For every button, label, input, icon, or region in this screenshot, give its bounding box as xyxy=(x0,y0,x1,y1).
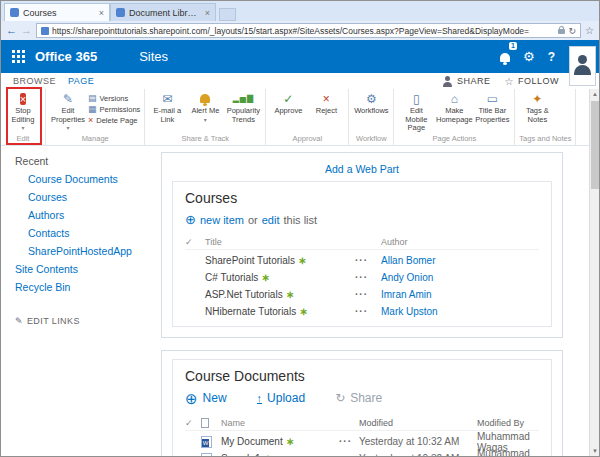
sidebar-item-recycle-bin[interactable]: Recycle Bin xyxy=(1,278,151,296)
tab-title: Courses xyxy=(23,8,95,18)
help-icon[interactable]: ? xyxy=(548,50,555,64)
workflows-button[interactable]: ⚙ Workflows xyxy=(353,92,389,116)
item-menu-ellipsis[interactable]: ··· xyxy=(355,289,381,300)
ribbon: × Stop Editing ▾ Edit ✎ Edit Properties … xyxy=(1,89,599,146)
tags-notes-button[interactable]: ✦ Tags & Notes xyxy=(519,92,555,124)
new-tab-button[interactable] xyxy=(219,8,236,21)
title-bar-properties-button[interactable]: ▭ Title Bar Properties xyxy=(474,92,510,124)
delete-page-button[interactable]: × Delete Page xyxy=(88,116,140,125)
scroll-down-arrow[interactable]: ▼ xyxy=(590,446,600,456)
new-item-link[interactable]: new item xyxy=(200,214,244,226)
column-header-author[interactable]: Author xyxy=(381,237,539,247)
item-menu-ellipsis[interactable]: ··· xyxy=(355,306,381,317)
vertical-scrollbar[interactable]: ▲ ▼ xyxy=(589,89,599,456)
author-link[interactable]: Imran Amin xyxy=(381,289,539,300)
refresh-icon[interactable]: ↻ xyxy=(568,26,576,36)
document-toolbar: ⊕ New ↑ Upload ↻ Share xyxy=(185,391,539,405)
follow-button[interactable]: FOLLOW xyxy=(518,76,559,86)
tab-page[interactable]: PAGE xyxy=(68,76,94,86)
new-document-button[interactable]: ⊕ New xyxy=(185,391,227,405)
author-link[interactable]: Andy Onion xyxy=(381,272,539,283)
column-header-name[interactable]: Name xyxy=(221,418,339,428)
tab-favicon xyxy=(10,8,19,17)
sidebar-item-sharepointhostedapp[interactable]: SharePointHostedApp xyxy=(1,242,151,260)
select-all-checkmark[interactable]: ✓ xyxy=(185,418,201,428)
item-menu-ellipsis[interactable]: ··· xyxy=(339,436,359,447)
author-link[interactable]: Mark Upston xyxy=(381,306,539,317)
courses-title[interactable]: Courses xyxy=(185,190,539,206)
share-document-button[interactable]: ↻ Share xyxy=(335,391,382,405)
sites-link[interactable]: Sites xyxy=(139,49,168,64)
item-menu-ellipsis[interactable]: ··· xyxy=(339,453,359,456)
edit-list-link[interactable]: edit xyxy=(262,214,280,226)
document-name-link[interactable]: My Document xyxy=(221,436,283,447)
settings-gear-icon[interactable]: ⚙ xyxy=(523,49,535,64)
make-homepage-button[interactable]: ⌂ Make Homepage xyxy=(436,92,472,124)
course-title: C# Tutorials xyxy=(205,272,258,283)
browser-tab-doclib-settings[interactable]: Document Library Setting × xyxy=(110,3,216,21)
sidebar-item-contacts[interactable]: Contacts xyxy=(1,224,151,242)
sidebar-item-site-contents[interactable]: Site Contents xyxy=(1,260,151,278)
stop-editing-icon: × xyxy=(20,93,26,105)
browser-tab-courses[interactable]: Courses × xyxy=(4,3,110,21)
ribbon-group-page-actions: ▯ Edit Mobile Page ⌂ Make Homepage ▭ Tit… xyxy=(394,89,515,145)
office365-brand[interactable]: Office 365 xyxy=(35,49,97,64)
edit-properties-label: Edit Properties xyxy=(50,107,86,124)
tab-close-icon[interactable]: × xyxy=(99,8,104,18)
user-profile-avatar[interactable] xyxy=(569,46,596,86)
alert-bell-icon xyxy=(200,94,210,103)
workflows-label: Workflows xyxy=(354,107,388,116)
upload-button[interactable]: ↑ Upload xyxy=(257,391,306,405)
table-row[interactable]: SharePoint Tutorials ··· Allan Bomer xyxy=(185,252,539,269)
edit-links-button[interactable]: ✎ EDIT LINKS xyxy=(1,312,151,330)
column-header-modified[interactable]: Modified xyxy=(359,418,477,428)
sidebar-item-authors[interactable]: Authors xyxy=(1,206,151,224)
table-row[interactable]: ASP.Net Tutorials ··· Imran Amin xyxy=(185,286,539,303)
stop-editing-button[interactable]: × Stop Editing ▾ xyxy=(5,92,41,132)
approve-button[interactable]: ✓ Approve xyxy=(270,92,306,116)
ribbon-group-share-track: ✉ E-mail a Link Alert Me ▾ ▂▅▇ Popularit… xyxy=(145,89,266,145)
column-header-title[interactable]: Title xyxy=(205,237,355,247)
list-command-bar: ⊕ new item or edit this list xyxy=(185,213,539,226)
item-menu-ellipsis[interactable]: ··· xyxy=(355,272,381,283)
url-field[interactable]: https://sharepointtutorials.sharepoint.c… xyxy=(36,23,581,38)
column-header-modified-by[interactable]: Modified By xyxy=(477,418,539,428)
sidebar-item-course-documents[interactable]: Course Documents xyxy=(1,170,151,188)
app-launcher-icon[interactable] xyxy=(12,50,25,63)
tab-browse[interactable]: BROWSE xyxy=(13,76,56,86)
tab-close-icon[interactable]: × xyxy=(205,8,210,18)
back-button[interactable]: ← xyxy=(6,25,17,36)
popularity-trends-button[interactable]: ▂▅▇ Popularity Trends xyxy=(225,92,261,124)
sidebar-item-courses[interactable]: Courses xyxy=(1,188,151,206)
stop-editing-label: Stop Editing xyxy=(5,107,41,124)
edit-mobile-page-button[interactable]: ▯ Edit Mobile Page xyxy=(398,92,434,133)
scrollbar-thumb[interactable] xyxy=(591,101,599,189)
item-menu-ellipsis[interactable]: ··· xyxy=(355,255,381,266)
reject-button[interactable]: × Reject xyxy=(308,92,344,116)
course-documents-title[interactable]: Course Documents xyxy=(185,368,539,384)
permissions-button[interactable]: ▦ Permissions xyxy=(88,105,140,114)
scroll-up-arrow[interactable]: ▲ xyxy=(590,89,600,99)
courses-webpart: Courses ⊕ new item or edit this list ✓ T… xyxy=(172,181,552,327)
author-link[interactable]: Allan Bomer xyxy=(381,255,539,266)
course-title: SharePoint Tutorials xyxy=(205,255,295,266)
document-name-link[interactable]: Sample1 xyxy=(221,453,260,456)
favorites-star-icon[interactable]: ☆ xyxy=(585,25,594,36)
select-all-checkmark[interactable]: ✓ xyxy=(185,237,205,247)
alert-me-button[interactable]: Alert Me ▾ xyxy=(187,92,223,124)
edit-properties-button[interactable]: ✎ Edit Properties ▾ xyxy=(50,92,86,132)
table-row[interactable]: Sample1 ··· Yesterday at 10:32 AM Muhamm… xyxy=(185,450,539,456)
table-row[interactable]: NHibernate Tutorials ··· Mark Upston xyxy=(185,303,539,320)
email-link-button[interactable]: ✉ E-mail a Link xyxy=(149,92,185,124)
table-row[interactable]: C# Tutorials ··· Andy Onion xyxy=(185,269,539,286)
notifications-bell-icon[interactable]: 1 xyxy=(500,48,510,66)
share-button[interactable]: SHARE ☆ FOLLOW xyxy=(443,76,559,87)
lock-icon xyxy=(558,29,565,34)
add-webpart-link[interactable]: Add a Web Part xyxy=(172,161,552,181)
new-item-badge-icon xyxy=(263,453,271,456)
browser-tab-bar: Courses × Document Library Setting × xyxy=(1,1,599,21)
new-item-badge-icon xyxy=(261,272,269,283)
ribbon-group-workflow: ⚙ Workflows Workflow xyxy=(349,89,394,145)
versions-button[interactable]: ▤ Versions xyxy=(88,94,140,103)
forward-button[interactable]: → xyxy=(21,25,32,36)
